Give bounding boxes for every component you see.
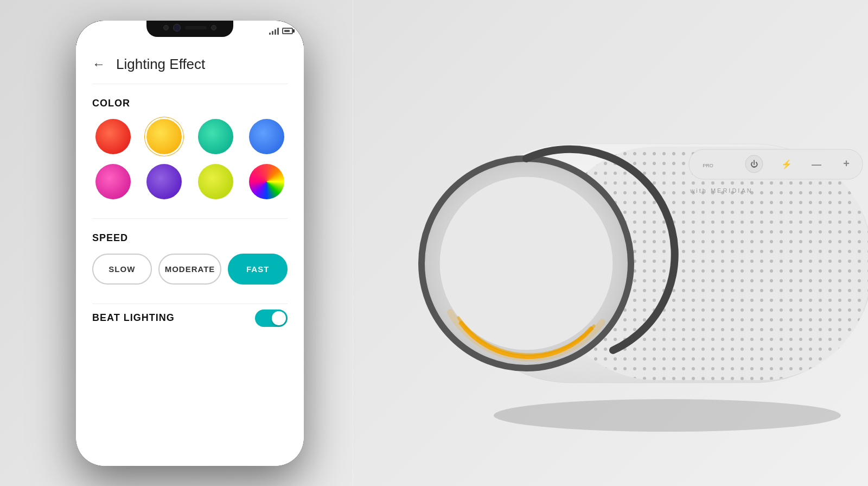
color-option-blue[interactable] [246, 119, 288, 154]
app-content: ← Lighting Effect COLOR [76, 45, 304, 466]
speed-fast-button[interactable]: FAST [228, 254, 288, 285]
notch-dot-right [211, 25, 216, 30]
color-circle-purple[interactable] [146, 164, 182, 199]
back-button[interactable]: ← [92, 56, 105, 72]
beat-lighting-row: BEAT LIGHTING [92, 304, 288, 332]
color-circle-lime[interactable] [198, 164, 233, 199]
svg-text:with MERIDIAN: with MERIDIAN [690, 187, 752, 194]
notch-dot-left [163, 25, 169, 30]
status-bar [269, 27, 293, 35]
svg-point-0 [494, 399, 841, 432]
color-circle-teal[interactable] [198, 119, 233, 154]
color-option-pink[interactable] [92, 164, 134, 199]
color-option-yellow[interactable] [144, 119, 186, 154]
signal-icon [269, 27, 279, 35]
phone-section: ← Lighting Effect COLOR [0, 0, 380, 486]
notch-earpiece [185, 26, 207, 29]
beat-lighting-label: BEAT LIGHTING [92, 312, 175, 324]
color-grid [92, 119, 288, 199]
speaker-section: PRO ⏻ ⚡ — + with MERIDIAN [353, 0, 868, 486]
color-circle-pink[interactable] [95, 164, 131, 199]
color-circle-blue[interactable] [249, 119, 284, 154]
color-circle-yellow[interactable] [146, 119, 182, 154]
speed-buttons: SLOW MODERATE FAST [92, 254, 288, 285]
color-option-red[interactable] [92, 119, 134, 154]
app-header: ← Lighting Effect [92, 45, 288, 84]
svg-text:⚡: ⚡ [781, 159, 792, 169]
phone-notch [146, 21, 233, 37]
svg-text:—: — [812, 159, 821, 170]
color-section-label: COLOR [92, 98, 288, 109]
color-option-purple[interactable] [144, 164, 186, 199]
phone-frame: ← Lighting Effect COLOR [76, 21, 304, 466]
color-option-lime[interactable] [195, 164, 237, 199]
speaker-visual: PRO ⏻ ⚡ — + with MERIDIAN [407, 62, 868, 443]
color-circle-red[interactable] [95, 119, 131, 154]
toggle-knob [272, 311, 286, 325]
speed-section-label: SPEED [92, 232, 288, 244]
speed-moderate-button[interactable]: MODERATE [158, 254, 222, 285]
svg-text:PRO: PRO [703, 163, 713, 168]
svg-text:⏻: ⏻ [750, 160, 758, 168]
page-title: Lighting Effect [116, 56, 205, 73]
speaker-scene: PRO ⏻ ⚡ — + with MERIDIAN [353, 0, 868, 486]
color-option-teal[interactable] [195, 119, 237, 154]
svg-text:+: + [843, 157, 850, 169]
notch-camera [173, 24, 181, 31]
divider-1 [92, 218, 288, 219]
speed-slow-button[interactable]: SLOW [92, 254, 152, 285]
battery-icon [282, 28, 293, 34]
color-option-multicolor[interactable] [246, 164, 288, 199]
color-circle-multicolor[interactable] [249, 164, 284, 199]
svg-point-9 [439, 176, 613, 350]
beat-lighting-toggle[interactable] [255, 310, 288, 327]
